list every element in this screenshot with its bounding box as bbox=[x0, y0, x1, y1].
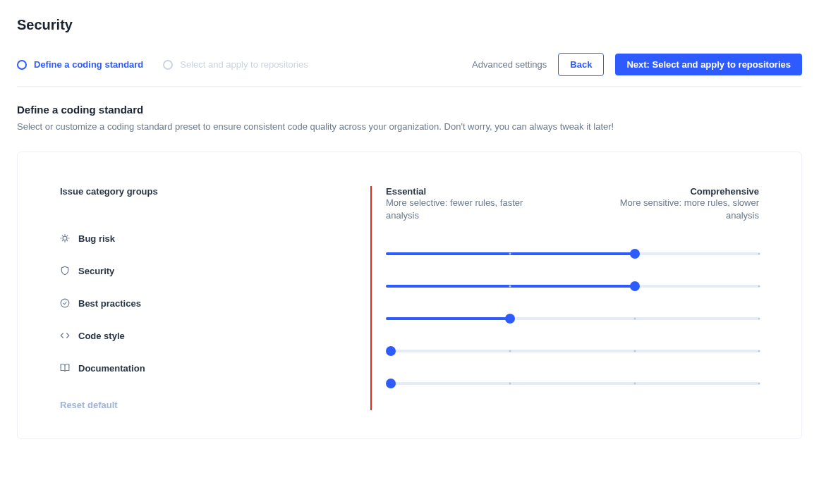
section-title: Define a coding standard bbox=[17, 104, 802, 116]
check-circle-icon bbox=[60, 298, 70, 308]
slider-thumb[interactable] bbox=[386, 346, 396, 356]
book-icon bbox=[60, 363, 70, 373]
divider bbox=[17, 86, 802, 87]
svg-point-1 bbox=[61, 299, 69, 307]
step-apply-repositories: Select and apply to repositories bbox=[163, 59, 308, 70]
scale-desc: More sensitive: more rules, slower analy… bbox=[620, 197, 759, 221]
top-bar: Define a coding standard Select and appl… bbox=[17, 53, 802, 76]
wizard-steps: Define a coding standard Select and appl… bbox=[17, 59, 308, 70]
slider-check-circle[interactable] bbox=[386, 317, 759, 320]
category-best-practices: Best practices bbox=[60, 287, 356, 319]
slider-fill bbox=[386, 317, 510, 320]
slider-thumb[interactable] bbox=[630, 281, 640, 291]
radio-icon bbox=[17, 60, 27, 70]
category-label: Best practices bbox=[78, 298, 141, 309]
slider-shield[interactable] bbox=[386, 285, 759, 288]
scale-comprehensive: Comprehensive More sensitive: more rules… bbox=[618, 186, 759, 222]
advanced-settings-link[interactable]: Advanced settings bbox=[472, 59, 547, 70]
step-define-standard[interactable]: Define a coding standard bbox=[17, 59, 143, 70]
category-documentation: Documentation bbox=[60, 352, 356, 384]
svg-point-0 bbox=[63, 236, 67, 240]
page-title: Security bbox=[17, 17, 802, 33]
section-description: Select or customize a coding standard pr… bbox=[17, 121, 802, 132]
step-label: Define a coding standard bbox=[34, 59, 143, 70]
slider-row bbox=[386, 367, 759, 400]
slider-tick bbox=[509, 285, 511, 288]
shield-icon bbox=[60, 266, 70, 276]
category-label: Code style bbox=[78, 331, 125, 341]
slider-thumb[interactable] bbox=[386, 379, 396, 388]
top-actions: Advanced settings Back Next: Select and … bbox=[472, 53, 802, 76]
slider-row bbox=[386, 238, 759, 270]
slider-tick bbox=[509, 350, 511, 352]
scale-desc: More selective: fewer rules, faster anal… bbox=[386, 197, 523, 221]
category-security: Security bbox=[60, 254, 356, 287]
slider-tick bbox=[633, 383, 636, 385]
category-label: Bug risk bbox=[78, 233, 115, 244]
slider-tick bbox=[758, 383, 760, 385]
slider-tick bbox=[758, 285, 760, 288]
slider-thumb[interactable] bbox=[630, 249, 640, 259]
slider-tick bbox=[758, 253, 760, 255]
slider-tick bbox=[758, 318, 760, 320]
slider-book[interactable] bbox=[386, 382, 759, 385]
standard-card: Issue category groups Bug risk Security … bbox=[17, 152, 802, 439]
slider-tick bbox=[509, 383, 511, 385]
slider-thumb[interactable] bbox=[505, 314, 515, 324]
category-label: Documentation bbox=[78, 363, 145, 374]
category-bug-risk: Bug risk bbox=[60, 222, 356, 254]
next-button[interactable]: Next: Select and apply to repositories bbox=[615, 54, 802, 75]
slider-row bbox=[386, 335, 759, 367]
scale-essential: Essential More selective: fewer rules, f… bbox=[386, 186, 527, 222]
category-code-style: Code style bbox=[60, 319, 356, 352]
sliders-list bbox=[386, 238, 759, 400]
slider-row bbox=[386, 302, 759, 335]
category-label: Security bbox=[78, 266, 114, 276]
categories-column: Issue category groups Bug risk Security … bbox=[60, 186, 370, 410]
step-label: Select and apply to repositories bbox=[180, 59, 308, 70]
scale-headers: Essential More selective: fewer rules, f… bbox=[386, 186, 759, 222]
radio-icon bbox=[163, 60, 173, 70]
slider-tick bbox=[758, 350, 760, 352]
scale-title: Comprehensive bbox=[618, 186, 759, 197]
slider-bug[interactable] bbox=[386, 252, 759, 255]
slider-code[interactable] bbox=[386, 350, 759, 352]
sliders-column: Essential More selective: fewer rules, f… bbox=[370, 186, 759, 410]
code-icon bbox=[60, 331, 70, 340]
bug-icon bbox=[60, 233, 70, 243]
back-button[interactable]: Back bbox=[558, 53, 604, 76]
slider-row bbox=[386, 270, 759, 302]
reset-default-link[interactable]: Reset default bbox=[60, 400, 356, 410]
slider-tick bbox=[633, 350, 636, 352]
issue-category-groups-title: Issue category groups bbox=[60, 186, 356, 197]
slider-tick bbox=[633, 318, 636, 320]
scale-title: Essential bbox=[386, 186, 527, 197]
slider-tick bbox=[509, 253, 511, 255]
